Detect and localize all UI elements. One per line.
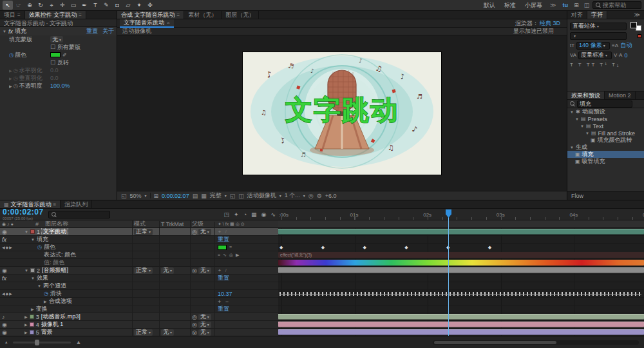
item-name[interactable]: 合成选项 [49,298,72,305]
view-select[interactable]: 活动摄像机 [247,191,276,200]
item-name[interactable]: 变换 [36,305,48,313]
draft-3d-icon[interactable]: ✦ [234,211,239,218]
timeline-property-row[interactable]: ▼两个通道 [0,282,278,290]
stopwatch-icon[interactable]: ◷ [9,52,14,58]
timeline-track-lane[interactable]: effect("填充")(3) [278,251,644,259]
switches-cell[interactable] [214,282,278,289]
av-features-cell[interactable]: ◉ [0,228,24,235]
exposure-value[interactable]: +6.0 [325,193,337,199]
current-time-display[interactable]: 0:00:02:07 00057 (25.00 fps) [3,208,44,220]
layer-duration-bar[interactable] [278,267,644,273]
effect-property-row[interactable]: ◷颜色✐ [0,51,117,59]
timeline-property-row[interactable]: ◀◆▶◷颜色= [0,244,278,251]
layer-name-cell[interactable]: ◷滑块 [24,290,132,297]
tab-composition[interactable]: 合成 文字随音乐跳动≡ [117,11,184,19]
tab-project[interactable]: 项目≡ [0,11,25,19]
transparency-grid-icon[interactable]: ◫ [238,193,244,199]
workspace-small-screen[interactable]: 小屏幕 [521,1,546,10]
panel-menu-icon[interactable]: ≡ [17,12,21,18]
preset-tree-item[interactable]: ▼▤Presets [567,115,644,122]
twirl-icon[interactable]: ▼ [24,230,28,234]
twirl-icon[interactable]: ▶ [24,322,28,327]
zoom-out-mountain-icon[interactable]: ▴ [5,340,8,345]
layer-duration-bar[interactable] [278,229,644,235]
layer-label-color[interactable] [30,229,35,234]
layer-name-cell[interactable]: ▶变换 [24,305,132,313]
add-remove-icons[interactable]: + − [218,298,230,305]
tab-align[interactable]: 对齐 [567,11,587,19]
layer-name-cell[interactable]: ▼1文字跳动 [24,228,132,235]
layer-name-cell[interactable]: ◷颜色 [24,244,132,251]
mini-flowchart-icon[interactable]: ◳ [224,211,230,218]
timeline-property-row[interactable]: 表达式: 颜色= ∿ ◎ ▶ [0,251,278,259]
item-name[interactable]: 颜色 [44,244,55,251]
item-name[interactable]: 摄像机 1 [41,321,64,328]
parent-cell[interactable]: ◎无▾ [190,329,214,336]
item-name[interactable]: 值: 颜色 [44,259,64,266]
twirl-icon[interactable]: ▼ [24,269,28,273]
stopwatch-icon[interactable]: ◷ [37,244,42,250]
view-layout-select[interactable]: 1 个... [285,191,300,200]
item-name[interactable]: 填充 [37,236,48,243]
mode-cell[interactable]: 正常▾ [132,228,159,235]
timeline-property-row[interactable]: ◀◆▶◷滑块10.37 [0,290,278,298]
twirl-icon[interactable]: ▶ [44,299,47,304]
item-name[interactable]: [音频振幅] [42,267,68,274]
av-features-cell[interactable]: ♪ [0,313,24,320]
trkmat-cell[interactable]: 无▾ [159,329,190,336]
tab-render-queue[interactable]: 渲染队列 [61,200,92,208]
timeline-layer-row[interactable]: ◉▼2[音频振幅]正常▾无▾◎无▾✦ / [0,267,278,275]
zoom-in-mountain-icon[interactable]: ▲ [76,339,82,345]
frame-blending-icon[interactable]: ▦ [251,211,257,218]
switches-cell[interactable]: ✦ / [214,228,278,235]
item-name[interactable]: 文字跳动 [42,228,68,235]
layer-duration-bar[interactable] [278,322,644,327]
effect-property-row[interactable]: ☐所有蒙版 [0,43,117,51]
eye-icon[interactable]: ◉ [2,322,7,328]
timeline-track-lane[interactable] [278,313,644,321]
tab-footage[interactable]: 素材（无） [184,11,222,19]
timeline-layer-row[interactable]: ◉▶4摄像机 1◎无▾ [0,321,278,329]
eye-icon[interactable]: ◉ [2,329,7,336]
snapshot-icon[interactable]: ▤ [193,193,198,199]
workspace-standard[interactable]: 标准 [500,1,520,10]
font-style-select[interactable]: ▾ [570,32,627,40]
trkmat-dropdown[interactable]: 无▾ [161,329,174,336]
layer-label-color[interactable] [30,268,35,273]
renderer-value[interactable]: 经典 3D [540,19,560,28]
av-features-cell[interactable]: ◀◆▶ [0,244,24,251]
item-name[interactable]: 两个通道 [43,282,66,289]
layer-name-cell[interactable]: ▶3[动感音乐.mp3] [24,313,132,320]
composition-viewport[interactable]: ♪ ♬ ♪ ♪ ♫ ♪ ♬ ♪ ♫ ♪ ♫ ♬ [117,35,567,191]
tool-brush[interactable]: ✎ [101,1,111,10]
workspace-default[interactable]: 默认 [480,1,499,10]
color-swatch[interactable] [50,52,61,57]
keyframe-diamond[interactable]: ◆ [404,245,408,250]
tracking-value[interactable]: 0 [624,52,627,59]
pixel-aspect-icon[interactable]: ◎ [308,193,314,199]
zoom-icon[interactable]: ◱ [121,193,127,199]
item-name[interactable]: 滑块 [50,290,62,297]
about-link[interactable]: 关于 [102,27,114,35]
color-swatch[interactable] [218,245,227,250]
pickwhip-icon[interactable]: ◎ [192,322,197,328]
timeline-track-lane[interactable] [278,275,644,282]
eye-icon[interactable]: ◉ [2,229,7,235]
twirl-icon[interactable]: ▶ [9,84,12,88]
flow-panel-tab[interactable]: Flow [567,191,644,200]
audio-icon[interactable]: ♪ [2,314,5,320]
timeline-property-row[interactable]: fx▼填充重置 [0,236,278,244]
layer-name-cell[interactable]: ▼效果 [24,275,132,282]
font-family-select[interactable]: 直着站体▾ [570,23,627,30]
switches-cell[interactable] [214,259,278,266]
close-icon[interactable]: × [167,20,170,26]
preset-tree-item[interactable]: ▣填充 [567,151,644,158]
twirl-icon[interactable]: ▼ [3,30,6,34]
expression-buttons[interactable]: = ∿ ◎ ▶ [218,253,240,258]
layer-name-cell[interactable]: ▼两个通道 [24,282,132,289]
twirl-icon[interactable]: ▼ [31,276,35,280]
layer-name-cell[interactable]: 表达式: 颜色 [24,251,132,258]
eye-icon[interactable]: ◉ [2,267,7,274]
switches-cell[interactable]: 10.37 [214,290,278,297]
parent-dropdown[interactable]: 无▾ [198,329,211,336]
